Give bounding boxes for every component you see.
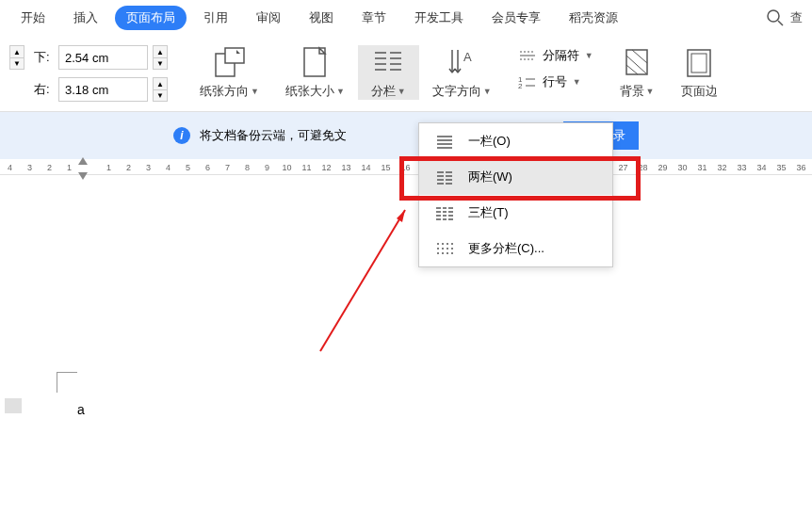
line-numbers-button[interactable]: 12 行号▼ (518, 73, 593, 90)
chevron-down-icon: ▼ (336, 87, 345, 96)
svg-marker-66 (397, 210, 405, 222)
search-icon[interactable] (766, 8, 785, 27)
header-marker[interactable] (5, 398, 22, 413)
svg-line-65 (320, 210, 405, 351)
svg-point-0 (768, 10, 779, 22)
margin-top-up[interactable]: ▲ (153, 45, 168, 57)
three-columns-icon (434, 205, 455, 220)
more-columns-icon (434, 241, 455, 256)
tab-member[interactable]: 会员专享 (480, 6, 552, 30)
search-label-partial: 查 (790, 9, 803, 26)
one-column-icon (434, 134, 455, 149)
svg-line-26 (632, 50, 647, 63)
svg-rect-3 (225, 48, 244, 63)
svg-point-58 (442, 248, 444, 249)
arrow-annotation (316, 205, 419, 356)
svg-rect-4 (304, 48, 325, 76)
svg-point-59 (447, 248, 448, 249)
menu-one-column[interactable]: 一栏(O) (419, 123, 612, 159)
svg-point-54 (442, 243, 444, 245)
svg-point-57 (437, 248, 439, 249)
svg-line-24 (626, 56, 647, 74)
background-button[interactable]: 背景▼ (607, 45, 668, 100)
svg-point-56 (451, 243, 453, 245)
background-icon (623, 45, 651, 79)
svg-line-1 (778, 21, 783, 25)
line-numbers-icon: 12 (518, 74, 537, 89)
svg-text:A: A (463, 50, 472, 64)
spinner-up[interactable]: ▲ (9, 45, 24, 57)
breaks-icon (518, 48, 537, 63)
margin-group: 下: ▲ ▼ 右: ▲ ▼ (34, 45, 168, 102)
left-spinner-stub: ▲ ▼ (9, 45, 24, 70)
menu-more-columns[interactable]: 更多分栏(C)... (419, 231, 612, 266)
svg-point-61 (437, 252, 439, 254)
margin-right-input[interactable] (58, 77, 148, 102)
chevron-down-icon: ▼ (646, 87, 655, 96)
toolbar: ▲ ▼ 下: ▲ ▼ 右: ▲ ▼ 纸张方向▼ (0, 36, 812, 112)
tab-developer[interactable]: 开发工具 (403, 6, 475, 30)
tab-start[interactable]: 开始 (9, 6, 57, 30)
margin-right-up[interactable]: ▲ (153, 77, 168, 89)
text-direction-icon: A (447, 45, 477, 79)
menu-three-columns[interactable]: 三栏(T) (419, 195, 612, 231)
chevron-down-icon: ▼ (573, 77, 581, 87)
tab-bar: 开始 插入 页面布局 引用 审阅 视图 章节 开发工具 会员专享 稻壳资源 查 (0, 0, 812, 36)
tab-sections[interactable]: 章节 (350, 6, 398, 30)
tab-insert[interactable]: 插入 (62, 6, 109, 30)
size-icon (300, 45, 329, 79)
chevron-down-icon: ▼ (398, 87, 406, 96)
two-columns-icon (434, 169, 455, 185)
cloud-banner: i 将文档备份云端，可避免文 立即登录 (0, 112, 812, 159)
margin-top-down[interactable]: ▼ (153, 57, 168, 70)
chevron-down-icon: ▼ (585, 51, 593, 60)
margin-right-down[interactable]: ▼ (153, 89, 168, 102)
svg-point-53 (437, 243, 439, 245)
banner-text: 将文档备份云端，可避免文 (200, 127, 347, 144)
chevron-down-icon: ▼ (251, 87, 259, 96)
tab-references[interactable]: 引用 (192, 6, 239, 30)
svg-point-63 (447, 252, 448, 254)
ruler-indent-marker[interactable] (78, 157, 88, 180)
breaks-button[interactable]: 分隔符▼ (518, 47, 593, 64)
page-corner (57, 372, 77, 393)
columns-icon (371, 45, 405, 79)
tab-resources[interactable]: 稻壳资源 (558, 6, 629, 30)
svg-line-25 (626, 65, 638, 74)
svg-point-60 (451, 248, 453, 249)
svg-rect-28 (691, 54, 706, 72)
size-button[interactable]: 纸张大小▼ (272, 45, 358, 100)
columns-dropdown: 一栏(O) 两栏(W) 三栏(T) 更多分栏(C)... (418, 122, 613, 267)
info-icon: i (173, 127, 190, 144)
svg-point-55 (447, 243, 448, 245)
orientation-icon (212, 45, 246, 79)
orientation-button[interactable]: 纸张方向▼ (187, 45, 272, 100)
margin-top-label: 下: (34, 49, 53, 66)
text-direction-button[interactable]: A 文字方向▼ (419, 45, 505, 100)
chevron-down-icon: ▼ (483, 87, 492, 96)
borders-button[interactable]: 页面边 (668, 45, 731, 100)
svg-point-62 (442, 252, 444, 254)
spinner-down[interactable]: ▼ (9, 57, 24, 70)
tab-view[interactable]: 视图 (298, 6, 345, 30)
svg-point-64 (451, 252, 453, 254)
line-group: 分隔符▼ 12 行号▼ (505, 45, 607, 90)
tab-page-layout[interactable]: 页面布局 (115, 6, 187, 30)
columns-button[interactable]: 分栏▼ (358, 45, 419, 100)
margin-right-label: 右: (34, 81, 53, 98)
ruler[interactable]: 4 3 2 1 1 2 3 4 5 6 7 8 9 10 11 12 13 14… (0, 161, 812, 175)
menu-two-columns[interactable]: 两栏(W) (419, 159, 612, 195)
document-text: a (77, 402, 85, 417)
margin-top-input[interactable] (58, 45, 148, 70)
svg-text:2: 2 (518, 82, 523, 89)
borders-icon (686, 45, 712, 79)
tab-review[interactable]: 审阅 (245, 6, 292, 30)
